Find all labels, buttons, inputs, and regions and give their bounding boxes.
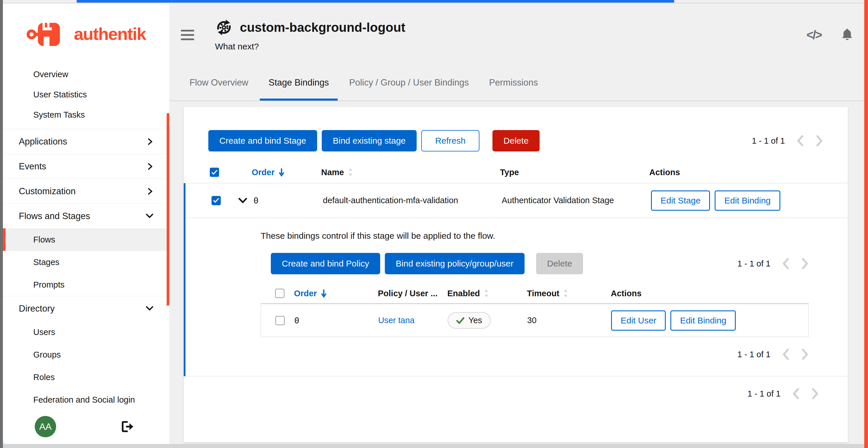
pagination-next-icon[interactable] — [801, 258, 809, 269]
column-header-actions: Actions — [611, 289, 809, 298]
edit-binding-button[interactable]: Edit Binding — [671, 310, 736, 331]
authentik-wordmark: authentik — [74, 24, 146, 44]
stage-bindings-card: Create and bind Stage Bind existing stag… — [184, 107, 848, 442]
pagination-next-icon[interactable] — [816, 135, 823, 146]
sort-desc-icon — [321, 289, 327, 298]
nested-row-timeout-value: 30 — [527, 316, 611, 325]
api-code-icon[interactable]: </> — [806, 28, 822, 42]
tab-policy-group-user-bindings[interactable]: Policy / Group / User Bindings — [341, 67, 478, 101]
select-all-checkbox[interactable] — [210, 168, 219, 177]
tab-permissions[interactable]: Permissions — [480, 67, 547, 101]
sidebar-scrollbar[interactable] — [167, 113, 169, 306]
pagination-prev-icon[interactable] — [797, 135, 804, 146]
row-type-value: Authenticator Validation Stage — [502, 196, 651, 205]
sidebar-group-applications[interactable]: Applications — [3, 129, 169, 154]
sidebar-item-federation-social-login[interactable]: Federation and Social login — [3, 388, 169, 411]
sidebar-nav: Overview User Statistics System Tasks Ap… — [3, 64, 169, 415]
policy-table-row: 0 User tana Yes 30 Edit User — [261, 304, 809, 337]
page-header: custom-background-logout What next? </> — [169, 3, 864, 67]
policy-user-link[interactable]: User tana — [378, 316, 447, 325]
row-order-value: 0 — [253, 196, 323, 206]
sidebar-item-prompts[interactable]: Prompts — [3, 273, 169, 296]
window-top-accent — [77, 0, 674, 3]
policy-bindings-description: These bindings control if this stage wil… — [261, 231, 809, 241]
pagination-next-icon[interactable] — [811, 388, 819, 400]
authentik-logo-icon — [26, 20, 70, 48]
avatar[interactable]: AA — [35, 416, 56, 437]
sort-desc-icon — [279, 168, 284, 177]
sidebar-item-roles[interactable]: Roles — [3, 366, 169, 388]
nested-row-checkbox[interactable] — [275, 316, 285, 325]
edit-user-button[interactable]: Edit User — [611, 310, 666, 331]
tab-bar: Flow Overview Stage Bindings Policy / Gr… — [169, 67, 864, 101]
enabled-badge: Yes — [447, 312, 491, 329]
column-header-name[interactable]: Name — [321, 168, 500, 177]
column-header-actions: Actions — [649, 168, 848, 177]
nested-pagination: 1 - 1 of 1 — [738, 258, 809, 269]
nested-bottom-pagination: 1 - 1 of 1 — [738, 349, 809, 360]
nested-select-all-checkbox[interactable] — [275, 289, 284, 298]
window-left-edge — [0, 0, 3, 448]
window-top-divider — [0, 3, 868, 3]
sidebar-group-events[interactable]: Events — [3, 154, 169, 179]
pagination-prev-icon[interactable] — [782, 349, 789, 360]
policy-bindings-toolbar: Create and bind Policy Bind existing pol… — [271, 253, 809, 274]
page-title: custom-background-logout — [240, 20, 405, 35]
edit-stage-button[interactable]: Edit Stage — [651, 191, 710, 211]
sidebar-footer: AA — [3, 415, 169, 444]
row-checkbox[interactable] — [212, 196, 221, 205]
column-header-order[interactable]: Order — [252, 168, 321, 177]
sort-both-icon — [563, 289, 568, 298]
column-header-timeout[interactable]: Timeout — [527, 289, 611, 298]
bottom-pagination: 1 - 1 of 1 — [748, 388, 819, 400]
sidebar-item-flows[interactable]: Flows — [3, 228, 169, 251]
sidebar-item-users[interactable]: Users — [3, 321, 169, 343]
sidebar-group-flows-and-stages[interactable]: Flows and Stages — [3, 204, 169, 228]
sidebar-group-customization[interactable]: Customization — [3, 179, 169, 204]
chevron-right-icon — [147, 163, 153, 170]
delete-button[interactable]: Delete — [492, 130, 539, 151]
edit-binding-button[interactable]: Edit Binding — [715, 191, 780, 211]
column-header-enabled[interactable]: Enabled — [447, 289, 527, 298]
pagination-prev-icon[interactable] — [782, 258, 789, 269]
column-header-type: Type — [500, 168, 649, 177]
chevron-right-icon — [147, 138, 153, 145]
window-right-scrollbar[interactable] — [864, 0, 868, 448]
stage-bindings-toolbar: Create and bind Stage Bind existing stag… — [184, 107, 848, 151]
sidebar-group-directory[interactable]: Directory — [3, 296, 169, 321]
bind-existing-policy-button[interactable]: Bind existing policy/group/user — [385, 253, 525, 274]
window-bottom-edge — [3, 444, 868, 448]
column-header-order[interactable]: Order — [294, 289, 378, 298]
bind-existing-stage-button[interactable]: Bind existing stage — [322, 130, 416, 151]
pagination-label: 1 - 1 of 1 — [748, 389, 781, 399]
pagination-next-icon[interactable] — [801, 349, 809, 360]
sidebar-item-groups[interactable]: Groups — [3, 343, 169, 366]
tab-stage-bindings[interactable]: Stage Bindings — [260, 67, 338, 101]
nested-delete-button[interactable]: Delete — [536, 253, 583, 274]
policy-table-header: Order Policy / User ... Enabled Timeout — [261, 283, 809, 304]
sidebar-item-user-statistics[interactable]: User Statistics — [3, 84, 169, 105]
authentik-logo: authentik — [3, 3, 169, 64]
sidebar-item-overview[interactable]: Overview — [3, 64, 169, 84]
pagination-prev-icon[interactable] — [792, 388, 800, 400]
sidebar-item-stages[interactable]: Stages — [3, 251, 169, 273]
flow-icon — [215, 19, 233, 36]
create-and-bind-stage-button[interactable]: Create and bind Stage — [208, 130, 317, 151]
sidebar: authentik Overview User Statistics Syste… — [3, 3, 169, 444]
top-pagination: 1 - 1 of 1 — [752, 135, 823, 146]
sort-both-icon — [484, 289, 489, 298]
logout-icon[interactable] — [120, 420, 134, 433]
sidebar-item-system-tasks[interactable]: System Tasks — [3, 105, 169, 125]
hamburger-menu-icon[interactable] — [181, 30, 194, 40]
create-and-bind-policy-button[interactable]: Create and bind Policy — [271, 253, 380, 274]
stage-table-header: Order Name Type Actions — [184, 162, 848, 183]
tab-flow-overview[interactable]: Flow Overview — [181, 67, 257, 101]
notification-bell-icon[interactable] — [840, 28, 854, 42]
row-name-value: default-authentication-mfa-validation — [323, 196, 502, 205]
main-area: custom-background-logout What next? </> … — [169, 3, 864, 444]
stage-table-row: 0 default-authentication-mfa-validation … — [185, 183, 848, 218]
refresh-button[interactable]: Refresh — [421, 130, 479, 151]
policy-bindings-panel: These bindings control if this stage wil… — [185, 218, 848, 376]
row-expand-icon[interactable] — [232, 197, 253, 204]
chevron-right-icon — [147, 188, 153, 195]
